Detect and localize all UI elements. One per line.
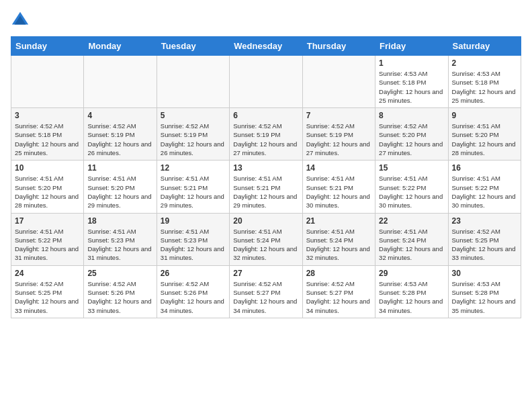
- day-info: Sunrise: 4:51 AM Sunset: 5:21 PM Dayligh…: [233, 174, 298, 210]
- calendar-cell: 11Sunrise: 4:51 AM Sunset: 5:20 PM Dayli…: [84, 161, 157, 213]
- calendar-week-row: 24Sunrise: 4:52 AM Sunset: 5:25 PM Dayli…: [11, 265, 521, 318]
- day-info: Sunrise: 4:51 AM Sunset: 5:24 PM Dayligh…: [233, 227, 298, 263]
- day-info: Sunrise: 4:52 AM Sunset: 5:25 PM Dayligh…: [15, 279, 80, 315]
- calendar-cell: [157, 56, 229, 108]
- day-number: 7: [306, 111, 371, 120]
- calendar-day-header: Monday: [84, 37, 157, 56]
- calendar-cell: 27Sunrise: 4:52 AM Sunset: 5:27 PM Dayli…: [230, 265, 302, 318]
- day-number: 26: [161, 269, 226, 278]
- calendar-cell: 6Sunrise: 4:52 AM Sunset: 5:19 PM Daylig…: [230, 108, 302, 161]
- calendar-cell: [84, 56, 157, 108]
- day-info: Sunrise: 4:51 AM Sunset: 5:23 PM Dayligh…: [87, 227, 152, 263]
- day-info: Sunrise: 4:51 AM Sunset: 5:21 PM Dayligh…: [306, 174, 371, 210]
- day-info: Sunrise: 4:51 AM Sunset: 5:24 PM Dayligh…: [379, 227, 444, 263]
- day-number: 3: [15, 111, 80, 120]
- calendar-day-header: Sunday: [11, 37, 84, 56]
- calendar-cell: 19Sunrise: 4:51 AM Sunset: 5:23 PM Dayli…: [157, 213, 229, 265]
- calendar-table: SundayMondayTuesdayWednesdayThursdayFrid…: [11, 36, 521, 318]
- day-info: Sunrise: 4:52 AM Sunset: 5:27 PM Dayligh…: [233, 279, 298, 315]
- day-number: 2: [452, 58, 517, 68]
- day-number: 23: [452, 216, 517, 226]
- day-number: 9: [452, 111, 517, 120]
- day-number: 1: [379, 58, 444, 68]
- day-number: 28: [306, 269, 371, 278]
- day-info: Sunrise: 4:52 AM Sunset: 5:18 PM Dayligh…: [15, 122, 80, 157]
- calendar-cell: 10Sunrise: 4:51 AM Sunset: 5:20 PM Dayli…: [11, 161, 84, 213]
- calendar-cell: 4Sunrise: 4:52 AM Sunset: 5:19 PM Daylig…: [84, 108, 157, 161]
- calendar-cell: 16Sunrise: 4:51 AM Sunset: 5:22 PM Dayli…: [448, 161, 521, 213]
- calendar-day-header: Wednesday: [230, 37, 302, 56]
- day-info: Sunrise: 4:51 AM Sunset: 5:22 PM Dayligh…: [452, 174, 517, 210]
- day-info: Sunrise: 4:51 AM Sunset: 5:20 PM Dayligh…: [15, 174, 80, 210]
- day-number: 29: [379, 269, 444, 278]
- calendar-cell: 24Sunrise: 4:52 AM Sunset: 5:25 PM Dayli…: [11, 265, 84, 318]
- calendar-cell: 13Sunrise: 4:51 AM Sunset: 5:21 PM Dayli…: [230, 161, 302, 213]
- day-info: Sunrise: 4:52 AM Sunset: 5:19 PM Dayligh…: [306, 122, 371, 157]
- day-number: 16: [452, 163, 517, 173]
- day-number: 6: [233, 111, 298, 120]
- day-number: 20: [233, 216, 298, 226]
- day-info: Sunrise: 4:51 AM Sunset: 5:21 PM Dayligh…: [161, 174, 226, 210]
- calendar-day-header: Saturday: [448, 37, 521, 56]
- calendar-cell: 25Sunrise: 4:52 AM Sunset: 5:26 PM Dayli…: [84, 265, 157, 318]
- day-number: 5: [161, 111, 226, 120]
- day-info: Sunrise: 4:53 AM Sunset: 5:18 PM Dayligh…: [452, 69, 517, 105]
- calendar-cell: 22Sunrise: 4:51 AM Sunset: 5:24 PM Dayli…: [375, 213, 448, 265]
- calendar-day-header: Tuesday: [157, 37, 229, 56]
- calendar-cell: 7Sunrise: 4:52 AM Sunset: 5:19 PM Daylig…: [302, 108, 375, 161]
- calendar-week-row: 3Sunrise: 4:52 AM Sunset: 5:18 PM Daylig…: [11, 108, 521, 161]
- logo-icon: [11, 11, 30, 30]
- calendar-week-row: 17Sunrise: 4:51 AM Sunset: 5:22 PM Dayli…: [11, 213, 521, 265]
- calendar-cell: 17Sunrise: 4:51 AM Sunset: 5:22 PM Dayli…: [11, 213, 84, 265]
- calendar-cell: 29Sunrise: 4:53 AM Sunset: 5:28 PM Dayli…: [375, 265, 448, 318]
- calendar-cell: 21Sunrise: 4:51 AM Sunset: 5:24 PM Dayli…: [302, 213, 375, 265]
- day-number: 8: [379, 111, 444, 120]
- calendar-cell: 28Sunrise: 4:52 AM Sunset: 5:27 PM Dayli…: [302, 265, 375, 318]
- calendar-header-row: SundayMondayTuesdayWednesdayThursdayFrid…: [11, 37, 521, 56]
- calendar-cell: 5Sunrise: 4:52 AM Sunset: 5:19 PM Daylig…: [157, 108, 229, 161]
- calendar-cell: 2Sunrise: 4:53 AM Sunset: 5:18 PM Daylig…: [448, 56, 521, 108]
- day-info: Sunrise: 4:53 AM Sunset: 5:28 PM Dayligh…: [452, 279, 517, 315]
- day-number: 17: [15, 216, 80, 226]
- day-number: 13: [233, 163, 298, 173]
- day-number: 25: [87, 269, 152, 278]
- day-number: 11: [87, 163, 152, 173]
- day-info: Sunrise: 4:51 AM Sunset: 5:24 PM Dayligh…: [306, 227, 371, 263]
- calendar-cell: 1Sunrise: 4:53 AM Sunset: 5:18 PM Daylig…: [375, 56, 448, 108]
- day-number: 18: [87, 216, 152, 226]
- calendar-week-row: 1Sunrise: 4:53 AM Sunset: 5:18 PM Daylig…: [11, 56, 521, 108]
- day-info: Sunrise: 4:52 AM Sunset: 5:27 PM Dayligh…: [306, 279, 371, 315]
- day-number: 10: [15, 163, 80, 173]
- day-info: Sunrise: 4:52 AM Sunset: 5:25 PM Dayligh…: [452, 227, 517, 263]
- day-info: Sunrise: 4:53 AM Sunset: 5:28 PM Dayligh…: [379, 279, 444, 315]
- day-number: 21: [306, 216, 371, 226]
- day-info: Sunrise: 4:52 AM Sunset: 5:19 PM Dayligh…: [233, 122, 298, 157]
- calendar-cell: 30Sunrise: 4:53 AM Sunset: 5:28 PM Dayli…: [448, 265, 521, 318]
- day-info: Sunrise: 4:52 AM Sunset: 5:19 PM Dayligh…: [161, 122, 226, 157]
- calendar-cell: [302, 56, 375, 108]
- calendar-cell: 23Sunrise: 4:52 AM Sunset: 5:25 PM Dayli…: [448, 213, 521, 265]
- calendar-cell: 14Sunrise: 4:51 AM Sunset: 5:21 PM Dayli…: [302, 161, 375, 213]
- calendar-cell: 26Sunrise: 4:52 AM Sunset: 5:26 PM Dayli…: [157, 265, 229, 318]
- day-info: Sunrise: 4:51 AM Sunset: 5:20 PM Dayligh…: [452, 122, 517, 157]
- calendar-cell: 18Sunrise: 4:51 AM Sunset: 5:23 PM Dayli…: [84, 213, 157, 265]
- day-info: Sunrise: 4:52 AM Sunset: 5:19 PM Dayligh…: [87, 122, 152, 157]
- day-info: Sunrise: 4:52 AM Sunset: 5:26 PM Dayligh…: [161, 279, 226, 315]
- calendar-cell: [11, 56, 84, 108]
- day-info: Sunrise: 4:52 AM Sunset: 5:26 PM Dayligh…: [87, 279, 152, 315]
- day-info: Sunrise: 4:51 AM Sunset: 5:22 PM Dayligh…: [15, 227, 80, 263]
- logo: [11, 11, 32, 30]
- day-number: 22: [379, 216, 444, 226]
- calendar-day-header: Thursday: [302, 37, 375, 56]
- calendar-day-header: Friday: [375, 37, 448, 56]
- day-number: 30: [452, 269, 517, 278]
- day-info: Sunrise: 4:51 AM Sunset: 5:22 PM Dayligh…: [379, 174, 444, 210]
- calendar-cell: 15Sunrise: 4:51 AM Sunset: 5:22 PM Dayli…: [375, 161, 448, 213]
- day-info: Sunrise: 4:52 AM Sunset: 5:20 PM Dayligh…: [379, 122, 444, 157]
- calendar-cell: 20Sunrise: 4:51 AM Sunset: 5:24 PM Dayli…: [230, 213, 302, 265]
- calendar-cell: [230, 56, 302, 108]
- calendar-week-row: 10Sunrise: 4:51 AM Sunset: 5:20 PM Dayli…: [11, 161, 521, 213]
- page-header: [11, 11, 521, 30]
- day-info: Sunrise: 4:53 AM Sunset: 5:18 PM Dayligh…: [379, 69, 444, 105]
- calendar-cell: 3Sunrise: 4:52 AM Sunset: 5:18 PM Daylig…: [11, 108, 84, 161]
